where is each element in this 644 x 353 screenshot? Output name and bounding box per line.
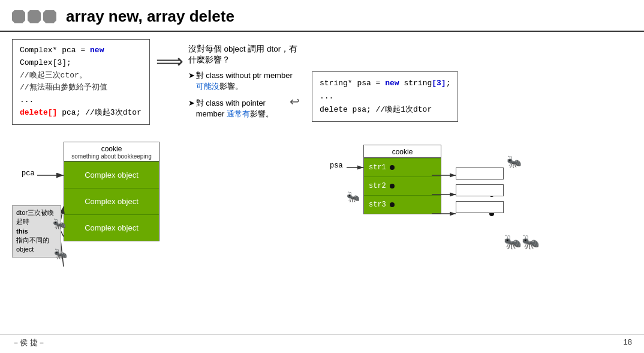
psa-label: psa — [330, 161, 343, 170]
header-icons — [12, 10, 56, 23]
str-rect-2 — [456, 184, 504, 196]
cookie-label-1: cookie — [64, 145, 159, 153]
ant-figure-l: 🐜 — [347, 190, 360, 204]
complex-block-2: Complex object — [64, 188, 159, 214]
footer-left: －侯 捷－ — [12, 337, 46, 348]
ant-figure-2: 🐜 — [53, 217, 66, 231]
pca-label: pca — [22, 169, 35, 178]
bullet-2-icon: ➤ — [188, 98, 195, 107]
ant-figure-1: 🐜 — [54, 247, 67, 261]
right-note: 沒對每個 object 調用 dtor，有什麼影響？ ➤ 對 class wit… — [188, 44, 300, 119]
ant-figure-r1: 🐜 — [507, 154, 522, 169]
cookie-sub-1: something about bookkeeping — [64, 153, 159, 160]
right-arrow: ⟹ — [156, 50, 183, 73]
footer: －侯 捷－ 18 — [0, 334, 644, 348]
bullet-2-text: 對 class with pointer member 通常有影響。 — [196, 98, 288, 119]
code-box-1: Complex* pca = new Complex[3]; //喚起三次cto… — [12, 39, 150, 125]
bullet-1-text: 對 class without ptr member 可能沒影響。 — [196, 70, 300, 92]
str-rects — [456, 167, 504, 213]
str-rect-1 — [456, 167, 504, 180]
ant-figure-r2: 🐜🐜 — [504, 234, 540, 250]
icon-block-3 — [43, 10, 56, 23]
curved-arrow: ↩ — [290, 94, 300, 109]
bullet-1-icon: ➤ — [188, 71, 195, 80]
complex-block-3: Complex object — [64, 214, 159, 241]
cookie-label-2: cookie — [364, 145, 441, 158]
str-block-1: str1 — [364, 158, 441, 176]
footer-right: 18 — [624, 337, 632, 348]
header: array new, array delete — [0, 0, 644, 32]
complex-block-1: Complex object — [64, 161, 159, 188]
icon-block-1 — [12, 10, 25, 23]
code-box-2: string* psa = new string[3]; ... delete … — [312, 71, 458, 122]
cookie-box-2: cookie str1 str2 str3 — [363, 145, 441, 214]
cookie-box-1: cookie something about bookkeeping Compl… — [64, 142, 160, 241]
str-rect-3 — [456, 201, 504, 213]
str-block-2: str2 — [364, 176, 441, 195]
icon-block-2 — [28, 10, 41, 23]
page-title: array new, array delete — [66, 7, 234, 26]
str-block-3: str3 — [364, 195, 441, 214]
